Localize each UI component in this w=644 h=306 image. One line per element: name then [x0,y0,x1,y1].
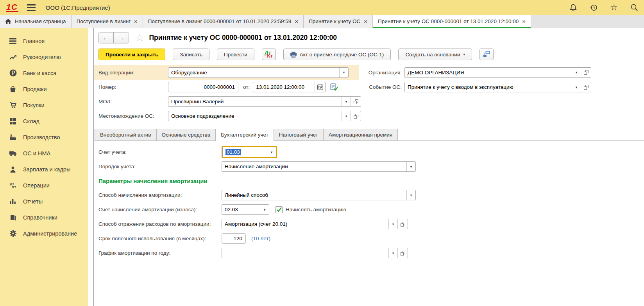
tab-home[interactable]: Начальная страница [0,15,72,28]
open-item-button[interactable] [397,219,408,229]
sidebar-item-label: Администрирование [23,230,77,237]
operation-kind-combobox[interactable]: Оборудование ▾ [168,67,349,78]
useful-life-hint: (10 лет) [251,236,270,241]
sidebar-item-production[interactable]: Производство [0,129,88,145]
formtab-noncurrent-asset[interactable]: Внеоборотный актив [95,129,157,140]
dropdown-button[interactable]: ▾ [339,68,348,77]
tab-os-acceptance-doc[interactable]: Принятие к учету ОС 0000-000001 от 13.01… [373,15,531,28]
document-toolbar: Провести и закрыть Записать Провести ДтК… [98,49,644,60]
tab-label: Принятие к учету ОС [309,18,360,24]
ruble-icon [9,69,17,77]
accrue-depreciation-checkbox[interactable]: Начислять амортизацию [275,206,346,213]
organization-combobox[interactable]: ДЕМО ОРГАНИЗАЦИЯ ▾ [404,67,591,78]
tab-bar-filler [531,15,644,28]
sidebar-item-bank-cash[interactable]: Банк и касса [0,65,88,81]
formtab-accounting[interactable]: Бухгалтерский учет [215,129,274,141]
open-item-button[interactable] [351,111,361,121]
tab-os-acceptance-list[interactable]: Принятие к учету ОС × [304,15,373,28]
close-icon[interactable]: × [134,19,138,24]
dropdown-button[interactable]: ▾ [260,205,269,214]
dropdown-button[interactable]: ▾ [388,248,397,258]
post-and-close-button[interactable]: Провести и закрыть [98,49,165,60]
useful-life-field[interactable]: 120 [222,233,246,244]
truck-icon [9,151,17,156]
sidebar-item-warehouse[interactable]: Склад [0,113,88,129]
accounting-tab-panel: Счет учета: 01.03 ▾ Порядок учета: Начис… [98,141,644,260]
search-icon[interactable] [630,3,639,12]
main-menu-icon[interactable] [27,4,36,11]
sidebar-item-purchases[interactable]: Покупки [0,97,88,113]
sidebar-item-label: Продажи [23,86,47,92]
os-event-combobox[interactable]: Принятие к учету с вводом в эксплуатацию… [404,82,591,92]
formtab-depreciation-premium[interactable]: Амортизационная премия [323,129,398,140]
field-label: Событие ОС: [364,84,402,90]
depreciation-account-combobox[interactable]: 02.03 ▾ [222,204,269,215]
sidebar-item-reports[interactable]: Отчеты [0,193,88,209]
field-label: Способ начисления амортизации: [98,192,222,198]
account-combobox[interactable]: 01.03 ▾ [222,147,276,157]
sidebar-item-fixed-assets[interactable]: ОС и НМА [0,145,88,161]
dropdown-button[interactable]: ▾ [572,82,581,92]
sidebar-item-salary-hr[interactable]: Зарплата и кадры [0,161,88,177]
save-button[interactable]: Записать [173,49,209,60]
dropdown-button[interactable]: ▾ [406,162,415,171]
create-based-on-button[interactable]: Создать на основании ▾ [398,49,472,60]
post-button[interactable]: Провести [217,49,254,60]
sidebar-item-main[interactable]: Главное [0,33,88,49]
books-icon [9,214,17,221]
document-form: ← → ☆ Принятие к учету ОС 0000-000001 от… [94,28,644,306]
sidebar-item-label: Покупки [23,102,45,108]
formtab-tax[interactable]: Налоговый учет [274,129,324,140]
panel-splitter[interactable] [88,28,94,306]
tab-leasing-receipt-doc[interactable]: Поступление в лизинг 0000-000001 от 10.0… [143,15,304,28]
set-date-check-icon[interactable] [330,83,338,91]
formtab-fixed-assets[interactable]: Основные средства [156,129,216,140]
history-icon[interactable] [589,3,598,12]
print-act-button[interactable]: Акт о приеме-передаче ОС (ОС-1) [283,49,391,60]
open-item-button[interactable] [397,248,408,258]
dropdown-button[interactable]: ▾ [267,147,276,157]
close-icon[interactable]: × [295,19,298,24]
boxes-grid-icon [9,118,17,124]
expense-method-combobox[interactable]: Амортизация (счет 20.01) ▾ [222,219,408,229]
open-item-button[interactable] [581,82,591,92]
sidebar-item-operations[interactable]: ДтКт Операции [0,177,88,193]
sidebar-item-manager[interactable]: Руководителю [0,49,88,65]
depreciation-method-combobox[interactable]: Линейный способ ▾ [222,190,416,200]
favorite-star-icon[interactable]: ☆ [135,32,144,43]
dropdown-button[interactable]: ▾ [342,97,351,106]
sidebar-item-directories[interactable]: Справочники [0,209,88,225]
dropdown-button[interactable]: ▾ [388,219,397,229]
favorites-star-icon[interactable]: ☆ [610,3,618,12]
location-combobox[interactable]: Основное подразделение ▾ [168,111,361,121]
back-arrow-icon[interactable]: ← [99,32,114,43]
dropdown-button[interactable]: ▾ [406,190,415,200]
date-field[interactable]: 13.01.2020 12:00:00 [253,82,326,92]
open-item-button[interactable] [351,97,361,106]
chevron-down-icon: ▾ [463,52,465,56]
number-field[interactable]: 0000-000001 [168,82,238,92]
tab-leasing-receipt-list[interactable]: Поступление в лизинг × [72,15,143,28]
schedule-combobox[interactable]: ▾ [222,248,408,258]
related-documents-button[interactable] [479,49,494,60]
field-label: Срок полезного использования (в месяцах)… [98,236,222,241]
focused-field-ring: 01.03 ▾ [222,146,277,158]
close-icon[interactable]: × [522,19,526,24]
open-icon [354,114,358,119]
notifications-bell-icon[interactable] [569,3,578,12]
selected-text: 01.03 [225,149,241,155]
dropdown-button[interactable]: ▾ [342,111,351,121]
tab-label: Начальная страница [15,18,66,24]
show-postings-button[interactable]: ДтКт [262,49,276,60]
tab-label: Поступление в лизинг 0000-000001 от 10.0… [148,18,292,24]
dropdown-button[interactable]: ▾ [572,68,581,77]
mol-combobox[interactable]: Просвирнин Валерий ▾ [168,96,361,107]
sidebar-item-administration[interactable]: Администрирование [0,225,88,241]
open-item-button[interactable] [581,68,591,77]
sections-panel: Главное Руководителю Банк и касса Продаж… [0,28,88,306]
calendar-icon[interactable] [315,82,325,92]
close-icon[interactable]: × [364,19,367,24]
sidebar-item-sales[interactable]: Продажи [0,81,88,97]
forward-arrow-icon[interactable]: → [114,32,129,43]
accounting-order-combobox[interactable]: Начисление амортизации ▾ [222,161,416,172]
